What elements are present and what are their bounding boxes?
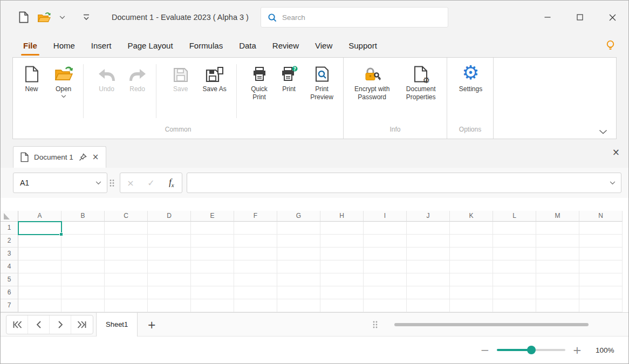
cell-D5[interactable] bbox=[148, 273, 191, 286]
new-button[interactable]: New bbox=[17, 63, 46, 93]
cell-M1[interactable] bbox=[536, 222, 579, 235]
confirm-entry-button[interactable]: ✓ bbox=[141, 173, 161, 193]
cell-A5[interactable] bbox=[18, 273, 61, 286]
cell-A1[interactable] bbox=[18, 222, 61, 235]
column-header-C[interactable]: C bbox=[105, 211, 148, 222]
cell-F6[interactable] bbox=[234, 286, 277, 299]
open-dropdown-button[interactable] bbox=[59, 16, 65, 19]
column-header-A[interactable]: A bbox=[18, 211, 61, 222]
cell-G2[interactable] bbox=[277, 235, 320, 248]
cell-N4[interactable] bbox=[579, 260, 623, 273]
chevron-down-icon[interactable] bbox=[95, 181, 101, 185]
cell-K4[interactable] bbox=[450, 260, 493, 273]
cell-G3[interactable] bbox=[277, 248, 320, 260]
redo-button[interactable]: Redo bbox=[123, 63, 152, 93]
cell-C3[interactable] bbox=[105, 248, 148, 260]
cell-E6[interactable] bbox=[191, 286, 234, 299]
row-header-4[interactable]: 4 bbox=[1, 260, 18, 273]
cell-F1[interactable] bbox=[234, 222, 277, 235]
close-tab-icon[interactable]: × bbox=[92, 153, 99, 161]
cell-H2[interactable] bbox=[320, 235, 364, 248]
cell-N7[interactable] bbox=[579, 299, 623, 312]
cell-L7[interactable] bbox=[493, 299, 536, 312]
cell-J6[interactable] bbox=[407, 286, 450, 299]
cell-I2[interactable] bbox=[364, 235, 407, 248]
search-box[interactable] bbox=[261, 7, 448, 28]
cell-B1[interactable] bbox=[61, 222, 105, 235]
quick-print-button[interactable]: Quick Print bbox=[244, 63, 274, 101]
cell-E3[interactable] bbox=[191, 248, 234, 260]
zoom-slider[interactable] bbox=[497, 349, 565, 351]
cell-D6[interactable] bbox=[148, 286, 191, 299]
horizontal-scrollbar[interactable] bbox=[394, 323, 589, 326]
insert-function-button[interactable]: fx bbox=[161, 173, 182, 193]
open-document-quick-button[interactable] bbox=[37, 11, 51, 24]
cell-K6[interactable] bbox=[450, 286, 493, 299]
cell-H1[interactable] bbox=[320, 222, 364, 235]
save-as-button[interactable]: Save As bbox=[197, 63, 232, 93]
cell-B4[interactable] bbox=[61, 260, 105, 273]
cell-E5[interactable] bbox=[191, 273, 234, 286]
tab-insert[interactable]: Insert bbox=[83, 34, 120, 57]
undo-button[interactable]: Undo bbox=[92, 63, 121, 93]
cell-I3[interactable] bbox=[364, 248, 407, 260]
cell-C7[interactable] bbox=[105, 299, 148, 312]
cell-J4[interactable] bbox=[407, 260, 450, 273]
cell-G7[interactable] bbox=[277, 299, 320, 312]
cell-A4[interactable] bbox=[18, 260, 61, 273]
cell-F5[interactable] bbox=[234, 273, 277, 286]
tab-view[interactable]: View bbox=[307, 34, 340, 57]
cell-M5[interactable] bbox=[536, 273, 579, 286]
tab-data[interactable]: Data bbox=[231, 34, 264, 57]
previous-sheet-button[interactable] bbox=[28, 315, 50, 334]
cell-C1[interactable] bbox=[105, 222, 148, 235]
cell-J2[interactable] bbox=[407, 235, 450, 248]
cell-B6[interactable] bbox=[61, 286, 105, 299]
cell-K1[interactable] bbox=[450, 222, 493, 235]
print-button[interactable]: ? Print bbox=[276, 63, 302, 93]
cell-N5[interactable] bbox=[579, 273, 623, 286]
open-button[interactable]: Open bbox=[48, 63, 79, 98]
column-header-I[interactable]: I bbox=[364, 211, 407, 222]
document-properties-button[interactable]: ⚙ Document Properties bbox=[398, 63, 443, 101]
sheetbar-drag-handle[interactable] bbox=[373, 320, 378, 328]
chevron-down-icon[interactable] bbox=[610, 181, 616, 185]
cell-M6[interactable] bbox=[536, 286, 579, 299]
cell-B5[interactable] bbox=[61, 273, 105, 286]
add-sheet-button[interactable]: + bbox=[146, 319, 157, 331]
next-sheet-button[interactable] bbox=[50, 315, 71, 334]
cell-B7[interactable] bbox=[61, 299, 105, 312]
cell-F7[interactable] bbox=[234, 299, 277, 312]
cell-J1[interactable] bbox=[407, 222, 450, 235]
cell-B2[interactable] bbox=[61, 235, 105, 248]
name-box[interactable]: A1 bbox=[13, 173, 107, 193]
cell-N1[interactable] bbox=[579, 222, 623, 235]
cell-A6[interactable] bbox=[18, 286, 61, 299]
collapse-ribbon-button[interactable] bbox=[599, 129, 607, 134]
column-header-F[interactable]: F bbox=[234, 211, 277, 222]
tab-formulas[interactable]: Formulas bbox=[181, 34, 231, 57]
close-button[interactable] bbox=[596, 1, 628, 34]
column-header-K[interactable]: K bbox=[450, 211, 493, 222]
tab-review[interactable]: Review bbox=[264, 34, 307, 57]
cell-N3[interactable] bbox=[579, 248, 623, 260]
row-header-2[interactable]: 2 bbox=[1, 235, 18, 248]
column-header-L[interactable]: L bbox=[493, 211, 536, 222]
cell-L6[interactable] bbox=[493, 286, 536, 299]
encrypt-with-password-button[interactable]: Encrypt with Password bbox=[348, 63, 396, 101]
close-document-button[interactable]: × bbox=[612, 148, 620, 157]
row-header-1[interactable]: 1 bbox=[1, 222, 18, 235]
cell-A3[interactable] bbox=[18, 248, 61, 260]
cell-N6[interactable] bbox=[579, 286, 623, 299]
cell-A7[interactable] bbox=[18, 299, 61, 312]
tab-support[interactable]: Support bbox=[340, 34, 385, 57]
cell-M7[interactable] bbox=[536, 299, 579, 312]
first-sheet-button[interactable] bbox=[6, 315, 28, 334]
cell-G1[interactable] bbox=[277, 222, 320, 235]
zoom-slider-thumb[interactable] bbox=[527, 346, 536, 354]
cell-M2[interactable] bbox=[536, 235, 579, 248]
cell-K7[interactable] bbox=[450, 299, 493, 312]
cancel-entry-button[interactable]: × bbox=[120, 173, 141, 193]
column-header-D[interactable]: D bbox=[148, 211, 191, 222]
column-header-N[interactable]: N bbox=[579, 211, 623, 222]
